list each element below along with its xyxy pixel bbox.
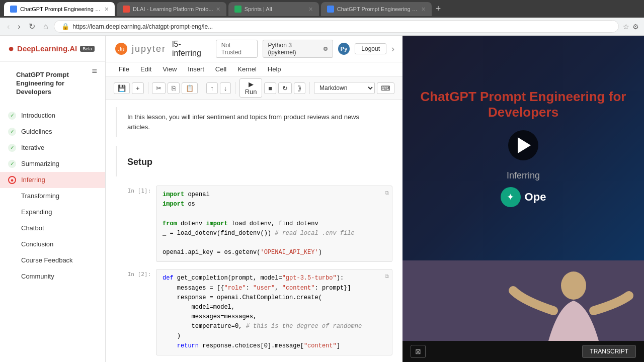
check-icon-summarizing: ✓ bbox=[8, 160, 16, 168]
markdown-cell-setup: Setup bbox=[116, 146, 392, 176]
caption-toggle-button[interactable]: ⊠ bbox=[411, 345, 426, 358]
tab-close-1[interactable]: × bbox=[105, 5, 109, 13]
code-paren-close: ) bbox=[318, 249, 322, 256]
forward-button[interactable]: › bbox=[16, 21, 22, 32]
tab-label-3: Sprints | All bbox=[245, 6, 272, 12]
back-button[interactable]: ‹ bbox=[5, 21, 12, 32]
menu-cell[interactable]: Cell bbox=[210, 63, 231, 75]
play-triangle-icon bbox=[518, 137, 531, 153]
transcript-button[interactable]: TRANSCRIPT bbox=[582, 345, 636, 358]
tab-label-2: DLAI - Learning Platform Proto... bbox=[133, 6, 213, 12]
logo-text: DeepLearning.AI bbox=[17, 44, 77, 53]
sidebar: ● DeepLearning.AI Beta ChatGPT Prompt En… bbox=[0, 36, 106, 362]
sidebar-item-chatbot[interactable]: Chatbot bbox=[0, 220, 105, 236]
check-icon-chatbot bbox=[8, 224, 16, 232]
cell-body-1[interactable]: import openai import os from dotenv impo… bbox=[156, 186, 392, 262]
code-kw-from: from bbox=[163, 220, 177, 227]
bookmark-icon[interactable]: ☆ bbox=[623, 23, 629, 31]
code-temp-param: temperature=0, bbox=[192, 323, 243, 330]
sidebar-item-summarizing[interactable]: ✓ Summarizing bbox=[0, 156, 105, 172]
restart-run-button[interactable]: ⟫ bbox=[294, 82, 305, 94]
tab-close-2[interactable]: × bbox=[216, 5, 220, 13]
code-area-1[interactable]: import openai import os from dotenv impo… bbox=[156, 186, 392, 262]
copy-icon-1[interactable]: ⧉ bbox=[385, 189, 389, 198]
sidebar-item-iterative[interactable]: ✓ Iterative bbox=[0, 140, 105, 156]
home-button[interactable]: ⌂ bbox=[41, 21, 50, 32]
reload-button[interactable]: ↻ bbox=[27, 21, 37, 32]
kernel-label: Python 3 (ipykernel) bbox=[268, 42, 320, 56]
new-tab-button[interactable]: + bbox=[436, 4, 441, 14]
menu-file[interactable]: File bbox=[114, 63, 134, 75]
code-messages-param: messages=messages, bbox=[192, 313, 257, 320]
add-cell-button[interactable]: + bbox=[132, 82, 144, 94]
video-subtitle: Inferring bbox=[507, 170, 540, 181]
extensions-icon[interactable]: ⚙ bbox=[632, 23, 639, 31]
code-colon3: : prompt}] bbox=[315, 285, 351, 292]
nav-items: ✓ Introduction ✓ Guidelines ✓ Iterative … bbox=[0, 104, 105, 289]
sidebar-item-conclusion[interactable]: Conclusion bbox=[0, 236, 105, 252]
python-icon: Py bbox=[338, 43, 350, 55]
tab-1[interactable]: ChatGPT Prompt Engineering fo... × bbox=[4, 2, 115, 16]
tab-2[interactable]: DLAI - Learning Platform Proto... × bbox=[117, 2, 226, 16]
copy-cell-button[interactable]: ⎘ bbox=[168, 82, 180, 94]
run-button[interactable]: ▶ Run bbox=[239, 78, 262, 98]
intro-text: In this lesson, you will infer sentiment… bbox=[127, 112, 382, 132]
move-down-button[interactable]: ↓ bbox=[220, 82, 231, 94]
sidebar-menu-icon[interactable]: ≡ bbox=[92, 66, 97, 76]
menu-view[interactable]: View bbox=[157, 63, 182, 75]
not-trusted-button[interactable]: Not Trusted bbox=[216, 40, 258, 58]
tab-close-3[interactable]: × bbox=[309, 5, 313, 13]
thumbnail-video-frame bbox=[403, 260, 644, 341]
content-area: Ju jupyter l5-inferring Not Trusted Pyth… bbox=[106, 36, 644, 362]
menu-kernel[interactable]: Kernel bbox=[232, 63, 262, 75]
sidebar-item-transforming[interactable]: Transforming bbox=[0, 188, 105, 204]
sidebar-item-label-guidelines: Guidelines bbox=[21, 128, 52, 135]
menu-insert[interactable]: Insert bbox=[183, 63, 209, 75]
markdown-intro-cell: In this lesson, you will infer sentiment… bbox=[106, 105, 403, 144]
sidebar-item-course-feedback[interactable]: Course Feedback bbox=[0, 252, 105, 268]
check-icon-conclusion bbox=[8, 240, 16, 248]
play-button[interactable] bbox=[508, 130, 538, 160]
menu-edit[interactable]: Edit bbox=[135, 63, 156, 75]
restart-button[interactable]: ↻ bbox=[278, 82, 292, 94]
check-icon-introduction: ✓ bbox=[8, 112, 16, 120]
check-icon-community bbox=[8, 273, 16, 281]
cell-type-selector[interactable]: Markdown Code Raw NBConvert bbox=[314, 82, 375, 94]
tab-3[interactable]: Sprints | All × bbox=[228, 2, 319, 16]
code-area-2[interactable]: def get_completion(prompt, model="gpt-3.… bbox=[156, 269, 392, 355]
logout-button[interactable]: Logout bbox=[355, 43, 386, 54]
tab-close-4[interactable]: × bbox=[422, 5, 426, 13]
cut-cell-button[interactable]: ✂ bbox=[152, 82, 166, 94]
sidebar-item-community[interactable]: Community bbox=[0, 268, 105, 285]
code-mod-openai: openai bbox=[188, 191, 209, 198]
stop-button[interactable]: ■ bbox=[264, 82, 276, 94]
panel-toggle[interactable]: › bbox=[391, 44, 394, 54]
keyboard-shortcuts-button[interactable]: ⌨ bbox=[377, 82, 394, 94]
tab-favicon-1 bbox=[10, 6, 17, 13]
sidebar-item-inferring[interactable]: ● Inferring bbox=[0, 172, 105, 188]
svg-point-4 bbox=[561, 272, 586, 300]
kernel-selector[interactable]: Python 3 (ipykernel) bbox=[263, 40, 333, 58]
video-thumbnail[interactable] bbox=[403, 260, 644, 341]
sidebar-item-guidelines[interactable]: ✓ Guidelines bbox=[0, 124, 105, 140]
jupyter-toolbar: 💾 + ✂ ⎘ 📋 ↑ ↓ ▶ Run ■ ↻ ⟫ Markdown Code … bbox=[106, 76, 403, 100]
openai-logo-area: ✦ Ope bbox=[501, 187, 546, 207]
sidebar-item-label-iterative: Iterative bbox=[21, 144, 44, 151]
cell-body-2[interactable]: def get_completion(prompt, model="gpt-3.… bbox=[156, 269, 392, 355]
move-up-button[interactable]: ↑ bbox=[206, 82, 218, 94]
check-icon-iterative: ✓ bbox=[8, 144, 16, 152]
sidebar-item-label-summarizing: Summarizing bbox=[21, 160, 59, 167]
sidebar-item-introduction[interactable]: ✓ Introduction bbox=[0, 108, 105, 124]
address-bar[interactable]: 🔒 https://learn.deeplearning.ai/chatgpt-… bbox=[54, 20, 619, 33]
code-mod-dotenv: dotenv bbox=[181, 220, 202, 227]
code-colon: ): bbox=[337, 275, 344, 282]
code-str-content: "content" bbox=[282, 285, 315, 292]
sidebar-item-expanding[interactable]: Expanding bbox=[0, 204, 105, 220]
toolbar-separator-1 bbox=[148, 82, 148, 94]
copy-icon-2[interactable]: ⧉ bbox=[385, 273, 389, 282]
jupyter-menubar: File Edit View Insert Cell Kernel Help bbox=[106, 62, 403, 76]
paste-cell-button[interactable]: 📋 bbox=[182, 82, 198, 94]
save-button[interactable]: 💾 bbox=[114, 82, 130, 94]
tab-4[interactable]: ChatGPT Prompt Engineering fo... × bbox=[321, 2, 432, 16]
menu-help[interactable]: Help bbox=[263, 63, 286, 75]
